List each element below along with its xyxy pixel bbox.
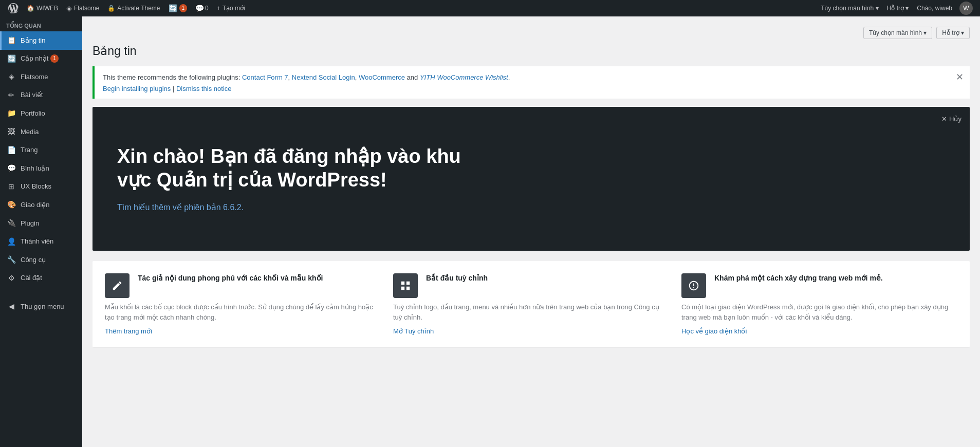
version-link[interactable]: Tìm hiểu thêm về phiên bản 6.6.2. <box>117 203 244 212</box>
adminbar-updates[interactable]: 🔄 1 <box>164 0 192 16</box>
comments-icon: 💬 <box>6 163 16 174</box>
sidebar-item-flatsome[interactable]: ◈ Flatsome <box>0 68 82 86</box>
sidebar-item-posts[interactable]: ✏ Bài viết <box>0 86 82 105</box>
pages-icon: 📄 <box>6 145 16 156</box>
uxblocks-icon: ⊞ <box>6 182 16 192</box>
media-icon: 🖼 <box>6 127 16 137</box>
sidebar-item-settings[interactable]: ⚙ Cài đặt <box>0 269 82 288</box>
sidebar-item-updates[interactable]: 🔄 Cập nhật 1 <box>0 50 82 68</box>
welcome-panel: ✕ Hủy Xin chào! Bạn đã đăng nhập vào khu… <box>93 107 970 251</box>
plugin-notice: ✕ This theme recommends the following pl… <box>93 66 970 99</box>
adminbar-comments[interactable]: 💬 0 <box>191 0 213 16</box>
admin-menu: Tổng quan 📋 Bảng tin 🔄 Cập nhật 1 ◈ Flat… <box>0 16 82 447</box>
menu-section-label: Tổng quan <box>0 16 82 31</box>
notice-plugin-nextend[interactable]: Nextend Social Login <box>292 73 355 81</box>
adminbar-wp-logo[interactable] <box>4 0 23 16</box>
feature-card-title-2: Khám phá một cách xây dựng trang web mới… <box>714 273 883 284</box>
feature-card-header-0: Tác giả nội dung phong phú với các khối … <box>105 273 381 298</box>
welcome-panel-close-button[interactable]: ✕ Hủy <box>941 115 961 123</box>
sidebar-item-comments[interactable]: 💬 Bình luận <box>0 159 82 178</box>
settings-icon: ⚙ <box>6 273 16 284</box>
portfolio-icon: 📁 <box>6 108 16 119</box>
sidebar-item-dashboard[interactable]: 📋 Bảng tin <box>0 31 82 50</box>
feature-card-title-0: Tác giả nội dung phong phú với các khối … <box>138 273 323 284</box>
notice-links: Begin installing plugins | Dismiss this … <box>103 85 961 92</box>
feature-card-desc-0: Mẫu khối là các bố cục block được cấu hì… <box>105 302 381 324</box>
feature-card-desc-1: Tuỳ chỉnh logo, đầu trang, menu và nhiều… <box>393 302 669 324</box>
customize-icon <box>393 273 418 298</box>
users-icon: 👤 <box>6 237 16 247</box>
close-icon: ✕ <box>941 115 947 123</box>
updates-icon: 🔄 <box>6 54 16 64</box>
flatsome-icon: ◈ <box>6 72 16 82</box>
feature-card-link-2[interactable]: Học về giao diện khối <box>681 327 957 335</box>
begin-installing-link[interactable]: Begin installing plugins <box>103 85 171 92</box>
notice-plugin-woocommerce[interactable]: WooCommerce <box>359 73 405 81</box>
sidebar-item-media[interactable]: 🖼 Media <box>0 123 82 141</box>
main-layout: Tổng quan 📋 Bảng tin 🔄 Cập nhật 1 ◈ Flat… <box>0 16 980 447</box>
posts-icon: ✏ <box>6 90 16 101</box>
screen-options-button[interactable]: Tùy chọn màn hình ▾ <box>863 27 932 39</box>
notice-close-button[interactable]: ✕ <box>954 70 966 84</box>
adminbar-right: Tùy chọn màn hình ▾ Hỗ trợ ▾ Chào, wiweb… <box>817 0 976 16</box>
feature-card-title-1: Bắt đầu tuỳ chỉnh <box>426 273 488 284</box>
tools-icon: 🔧 <box>6 255 16 265</box>
sidebar-item-portfolio[interactable]: 📁 Portfolio <box>0 104 82 123</box>
feature-cards: Tác giả nội dung phong phú với các khối … <box>93 261 970 348</box>
dismiss-notice-link[interactable]: Dismiss this notice <box>176 85 232 92</box>
feature-card-link-1[interactable]: Mở Tuỳ chỉnh <box>393 327 669 335</box>
edit-icon <box>105 273 130 298</box>
collapse-icon: ◀ <box>6 302 16 312</box>
sidebar-item-appearance[interactable]: 🎨 Giao diện <box>0 196 82 214</box>
plugins-icon: 🔌 <box>6 218 16 229</box>
adminbar-site[interactable]: 🏠 WIWEB <box>23 0 62 16</box>
adminbar-activate-theme[interactable]: 🔒 Activate Theme <box>103 0 164 16</box>
sidebar-item-users[interactable]: 👤 Thành viên <box>0 233 82 251</box>
sidebar-item-tools[interactable]: 🔧 Công cụ <box>0 251 82 269</box>
dashboard-icon: 📋 <box>6 35 16 46</box>
screen-options-bar: Tùy chọn màn hình ▾ Hỗ trợ ▾ <box>93 27 970 39</box>
welcome-title: Xin chào! Bạn đã đăng nhập vào khu vực Q… <box>117 145 477 192</box>
adminbar-greeting[interactable]: Chào, wiweb <box>913 0 956 16</box>
theme-icon <box>681 273 706 298</box>
feature-card-2: Khám phá một cách xây dựng trang web mới… <box>681 273 957 336</box>
appearance-icon: 🎨 <box>6 200 16 210</box>
sidebar-item-uxblocks[interactable]: ⊞ UX Blocks <box>0 178 82 196</box>
sidebar-item-plugins[interactable]: 🔌 Plugin <box>0 214 82 233</box>
sidebar-item-pages[interactable]: 📄 Trang <box>0 141 82 160</box>
adminbar-help[interactable]: Hỗ trợ ▾ <box>883 0 913 16</box>
page-content: Tùy chọn màn hình ▾ Hỗ trợ ▾ Bảng tin ✕ … <box>82 16 980 447</box>
adminbar-flatsome[interactable]: ◈ Flatsome <box>62 0 103 16</box>
notice-plugin-contact-form-7[interactable]: Contact Form 7 <box>242 73 288 81</box>
notice-plugin-yith[interactable]: YITH WooCommerce Wishlist <box>420 73 508 81</box>
feature-card-desc-2: Có một loại giao diện WordPress mới, đượ… <box>681 302 957 324</box>
feature-card-0: Tác giả nội dung phong phú với các khối … <box>105 273 381 336</box>
admin-bar: 🏠 WIWEB ◈ Flatsome 🔒 Activate Theme 🔄 1 … <box>0 0 980 16</box>
welcome-subtitle: Tìm hiểu thêm về phiên bản 6.6.2. <box>117 202 945 212</box>
help-button[interactable]: Hỗ trợ ▾ <box>936 27 970 39</box>
sidebar-item-collapse[interactable]: ◀ Thu gọn menu <box>0 297 82 316</box>
feature-card-link-0[interactable]: Thêm trang mới <box>105 327 381 335</box>
feature-card-header-1: Bắt đầu tuỳ chỉnh <box>393 273 669 298</box>
page-title: Bảng tin <box>93 44 970 58</box>
adminbar-new-content[interactable]: + Tạo mới <box>213 0 249 16</box>
feature-card-1: Bắt đầu tuỳ chỉnh Tuỳ chỉnh logo, đầu tr… <box>393 273 669 336</box>
feature-card-header-2: Khám phá một cách xây dựng trang web mới… <box>681 273 957 298</box>
avatar[interactable]: W <box>959 2 973 15</box>
notice-text: This theme recommends the following plug… <box>103 72 961 83</box>
adminbar-screen-options[interactable]: Tùy chọn màn hình ▾ <box>817 0 882 16</box>
